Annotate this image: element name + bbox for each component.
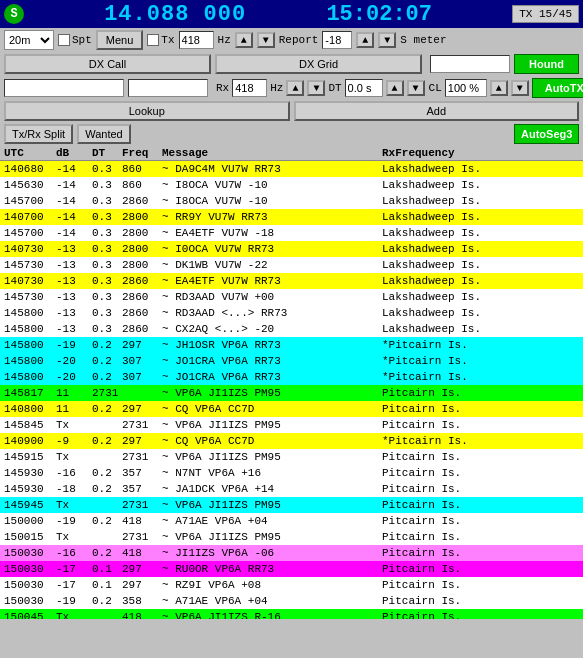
table-row[interactable]: 145730 -13 0.3 2800 ~ DK1WB VU7W -22 Lak… [0,257,583,273]
cell-freq: 2731 [122,531,162,543]
cell-utc: 145845 [4,419,56,431]
cell-db: -17 [56,579,92,591]
split-button[interactable]: Tx/Rx Split [4,124,73,144]
cell-rx: Pitcairn Is. [382,387,579,399]
cell-rx: Pitcairn Is. [382,483,579,495]
table-row[interactable]: 145945 Tx 2731 ~ VP6A JI1IZS PM95 Pitcai… [0,497,583,513]
row4: Rx Hz ▲ ▼ DT ▲ ▼ CL ▲ ▼ AutoTX [0,76,583,100]
cl-input[interactable] [445,79,487,97]
cell-db: Tx [56,531,92,543]
table-row[interactable]: 145800 -13 0.3 2860 ~ CX2AQ <...> -20 La… [0,321,583,337]
dt-down[interactable]: ▼ [407,80,425,96]
wanted-button[interactable]: Wanted [77,124,131,144]
cell-rx: *Pitcairn Is. [382,339,579,351]
cell-rx: Lakshadweep Is. [382,323,579,335]
spt-checkbox-label[interactable]: Spt [58,34,92,46]
rx-freq-input[interactable] [232,79,267,97]
cell-rx: Pitcairn Is. [382,531,579,543]
spt-checkbox[interactable] [58,34,70,46]
cell-utc: 140800 [4,403,56,415]
table-row[interactable]: 145700 -14 0.3 2860 ~ I8OCA VU7W -10 Lak… [0,193,583,209]
dx-grid-input[interactable] [128,79,208,97]
tx-freq-up[interactable]: ▲ [235,32,253,48]
table-row[interactable]: 145700 -14 0.3 2800 ~ EA4ETF VU7W -18 La… [0,225,583,241]
cell-msg: ~ RU0OR VP6A RR73 [162,563,382,575]
table-row[interactable]: 145630 -14 0.3 860 ~ I8OCA VU7W -10 Laks… [0,177,583,193]
table-row[interactable]: 145930 -16 0.2 357 ~ N7NT VP6A +16 Pitca… [0,465,583,481]
report-down[interactable]: ▼ [378,32,396,48]
table-row[interactable]: 145800 -19 0.2 297 ~ JH1OSR VP6A RR73 *P… [0,337,583,353]
table-row[interactable]: 140800 11 0.2 297 ~ CQ VP6A CC7D Pitcair… [0,401,583,417]
table-row[interactable]: 150000 -19 0.2 418 ~ A71AE VP6A +04 Pitc… [0,513,583,529]
table-row[interactable]: 145915 Tx 2731 ~ VP6A JI1IZS PM95 Pitcai… [0,449,583,465]
table-row[interactable]: 140730 -13 0.3 2860 ~ EA4ETF VU7W RR73 L… [0,273,583,289]
tx-freq-input[interactable] [179,31,214,49]
rx-freq-up[interactable]: ▲ [286,80,304,96]
cell-freq: 297 [122,339,162,351]
header-db: dB [56,147,92,159]
table-row[interactable]: 150015 Tx 2731 ~ VP6A JI1IZS PM95 Pitcai… [0,529,583,545]
tx-checkbox-label[interactable]: Tx [147,34,174,46]
cell-utc: 150045 [4,611,56,619]
hound-button[interactable]: Hound [514,54,579,74]
autoseg-button[interactable]: AutoSeg3 [514,124,579,144]
cell-freq: 418 [122,515,162,527]
cell-db: -19 [56,515,92,527]
dx-grid-button[interactable]: DX Grid [215,54,422,74]
cell-dt: 0.2 [92,355,122,367]
cell-freq: 2800 [122,211,162,223]
report-input[interactable] [322,31,352,49]
cell-utc: 145800 [4,339,56,351]
table-row[interactable]: 140730 -13 0.3 2800 ~ I0OCA VU7W RR73 La… [0,241,583,257]
menu-button[interactable]: Menu [96,30,144,50]
cell-rx: *Pitcairn Is. [382,435,579,447]
dt-input[interactable] [345,79,383,97]
table-row[interactable]: 145930 -18 0.2 357 ~ JA1DCK VP6A +14 Pit… [0,481,583,497]
cl-up[interactable]: ▲ [490,80,508,96]
report-up[interactable]: ▲ [356,32,374,48]
autotx-button[interactable]: AutoTX [532,78,583,98]
cell-db: -9 [56,435,92,447]
table-row[interactable]: 150045 Tx 418 ~ VP6A JI1IZS R-16 Pitcair… [0,609,583,619]
cell-dt: 0.3 [92,259,122,271]
dx-call-input2[interactable] [4,79,124,97]
cell-dt: 0.2 [92,371,122,383]
dt-up[interactable]: ▲ [386,80,404,96]
table-row[interactable]: 140900 -9 0.2 297 ~ CQ VP6A CC7D *Pitcai… [0,433,583,449]
cell-msg: ~ JH1OSR VP6A RR73 [162,339,382,351]
table-row[interactable]: 150030 -19 0.2 358 ~ A71AE VP6A +04 Pitc… [0,593,583,609]
cell-dt: 0.3 [92,291,122,303]
cell-msg: ~ I8OCA VU7W -10 [162,195,382,207]
table-row[interactable]: 140680 -14 0.3 860 ~ DA9C4M VU7W RR73 La… [0,161,583,177]
cell-utc: 145730 [4,259,56,271]
table-row[interactable]: 145845 Tx 2731 ~ VP6A JI1IZS PM95 Pitcai… [0,417,583,433]
s-badge: S [4,4,24,24]
table-row[interactable]: 145817 11 2731 ~ VP6A JI1IZS PM95 Pitcai… [0,385,583,401]
add-button[interactable]: Add [294,101,580,121]
table-row[interactable]: 140700 -14 0.3 2800 ~ RR9Y VU7W RR73 Lak… [0,209,583,225]
tx-freq-down[interactable]: ▼ [257,32,275,48]
table-row[interactable]: 150030 -17 0.1 297 ~ RU0OR VP6A RR73 Pit… [0,561,583,577]
cell-db: -14 [56,163,92,175]
table-row[interactable]: 150030 -17 0.1 297 ~ RZ9I VP6A +08 Pitca… [0,577,583,593]
rx-freq-down[interactable]: ▼ [307,80,325,96]
cl-down[interactable]: ▼ [511,80,529,96]
table-row[interactable]: 150030 -16 0.2 418 ~ JI1IZS VP6A -06 Pit… [0,545,583,561]
cell-freq: 2860 [122,195,162,207]
lookup-button[interactable]: Lookup [4,101,290,121]
cell-msg: ~ VP6A JI1IZS PM95 [162,531,382,543]
dx-call-input[interactable] [430,55,510,73]
tx-checkbox[interactable] [147,34,159,46]
table-row[interactable]: 145800 -20 0.2 307 ~ JO1CRA VP6A RR73 *P… [0,353,583,369]
cell-db: -14 [56,195,92,207]
cell-utc: 140700 [4,211,56,223]
cell-dt: 0.2 [92,483,122,495]
band-select[interactable]: 20m [4,30,54,50]
table-row[interactable]: 145800 -13 0.3 2860 ~ RD3AAD <...> RR73 … [0,305,583,321]
frequency-display: 14.088 000 [104,2,246,27]
cell-db: Tx [56,419,92,431]
dx-call-button[interactable]: DX Call [4,54,211,74]
table-row[interactable]: 145800 -20 0.2 307 ~ JO1CRA VP6A RR73 *P… [0,369,583,385]
cell-utc: 145700 [4,227,56,239]
table-row[interactable]: 145730 -13 0.3 2860 ~ RD3AAD VU7W +00 La… [0,289,583,305]
